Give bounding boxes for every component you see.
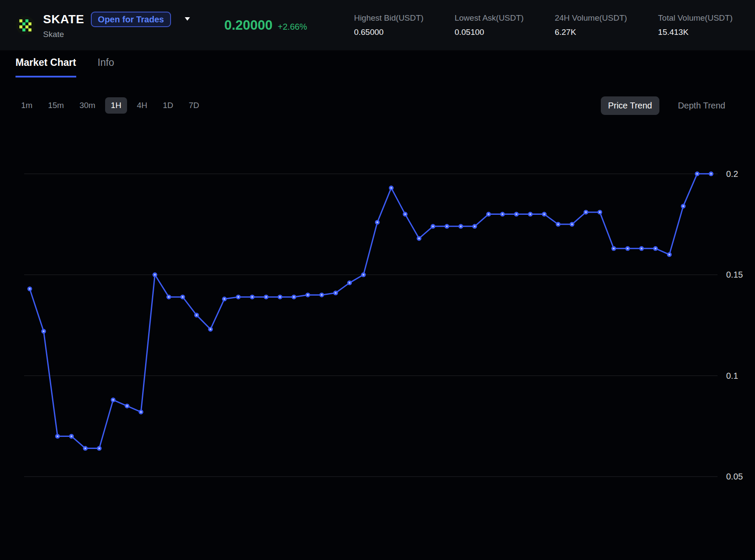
price-line (30, 174, 711, 449)
price-point-center (488, 213, 489, 215)
price-point-center (668, 254, 670, 255)
chevron-down-icon (184, 16, 191, 22)
price-point-center (557, 223, 559, 225)
price-point-center (474, 226, 475, 227)
price-trend-button[interactable]: Price Trend (601, 96, 659, 115)
y-axis-tick-label: 0.2 (726, 169, 738, 179)
price-point-center (335, 292, 336, 294)
token-name: Skate (43, 30, 191, 39)
price-point-center (252, 296, 253, 298)
timeframe-1h[interactable]: 1H (105, 97, 127, 114)
price-point-center (126, 405, 128, 407)
price-change-percent: +2.66% (278, 22, 307, 32)
y-axis-tick-label: 0.05 (726, 472, 743, 481)
price-point-center (293, 296, 295, 298)
price-point-center (571, 223, 573, 225)
stat-value: 6.27K (555, 28, 627, 37)
price-point-center (613, 248, 615, 249)
stat-highest-bid: Highest Bid(USDT) 0.65000 (354, 13, 424, 37)
price-point-center (376, 221, 378, 223)
price-point-center (432, 226, 434, 227)
price-point-center (516, 213, 517, 215)
market-header: SKATE Open for Trades Skate 0.20000 +2.6… (0, 0, 755, 50)
chart-mode-toggle: Price Trend Depth Trend (601, 96, 733, 115)
price-point-center (224, 298, 225, 300)
price-point-center (599, 211, 601, 213)
price-point-center (43, 331, 44, 332)
price-point-center (98, 448, 100, 449)
last-price: 0.20000 (224, 18, 273, 33)
price-point-center (390, 187, 392, 189)
timeframe-selector: 1m 15m 30m 1H 4H 1D 7D (16, 97, 205, 114)
stat-lowest-ask: Lowest Ask(USDT) 0.05100 (454, 13, 523, 37)
price-block: 0.20000 +2.66% (224, 18, 307, 33)
price-point-center (502, 213, 503, 215)
stat-value: 0.05100 (454, 28, 523, 37)
price-chart-canvas[interactable]: 0.20.150.10.05 (0, 121, 755, 560)
price-point-center (265, 296, 267, 298)
token-symbol: SKATE (43, 12, 84, 26)
price-point-center (196, 314, 197, 316)
stat-label: Lowest Ask(USDT) (454, 13, 523, 23)
price-point-center (529, 213, 531, 215)
price-point-center (544, 213, 545, 215)
price-point-center (585, 211, 587, 213)
price-point-center (404, 213, 406, 215)
price-point-center (29, 288, 31, 290)
price-point-center (237, 296, 239, 298)
stat-24h-volume: 24H Volume(USDT) 6.27K (555, 13, 627, 37)
price-point-center (460, 226, 462, 227)
price-point-center (418, 238, 420, 239)
depth-trend-button[interactable]: Depth Trend (671, 96, 733, 115)
token-block: SKATE Open for Trades Skate (43, 12, 191, 39)
price-point-center (349, 282, 351, 284)
token-logo-icon (16, 15, 35, 35)
stat-label: 24H Volume(USDT) (555, 13, 627, 23)
y-axis-tick-label: 0.15 (726, 270, 743, 279)
timeframe-1d[interactable]: 1D (157, 97, 179, 114)
price-point-center (641, 248, 643, 249)
status-badge: Open for Trades (91, 12, 171, 27)
price-point-center (57, 435, 59, 437)
price-point-center (182, 296, 183, 298)
stat-value: 0.65000 (354, 28, 424, 37)
stat-label: Total Volume(USDT) (658, 13, 733, 23)
price-point-center (710, 173, 712, 175)
price-point-center (84, 448, 86, 449)
stat-value: 15.413K (658, 28, 733, 37)
stat-label: Highest Bid(USDT) (354, 13, 424, 23)
y-axis-tick-label: 0.1 (726, 371, 738, 381)
timeframe-4h[interactable]: 4H (131, 97, 153, 114)
timeframe-30m[interactable]: 30m (74, 97, 101, 114)
price-point-center (627, 248, 628, 249)
price-point-center (696, 173, 698, 175)
price-point-center (112, 399, 114, 401)
price-point-center (71, 435, 72, 437)
tab-info[interactable]: Info (98, 57, 114, 77)
chart-controls: 1m 15m 30m 1H 4H 1D 7D Price Trend Depth… (16, 96, 733, 115)
price-point-center (363, 274, 364, 275)
stat-total-volume: Total Volume(USDT) 15.413K (658, 13, 733, 37)
price-point-center (321, 294, 323, 296)
price-point-center (140, 411, 142, 413)
tab-market-chart[interactable]: Market Chart (16, 57, 76, 77)
price-point-center (682, 205, 684, 207)
market-selector-dropdown[interactable] (184, 15, 191, 23)
timeframe-1m[interactable]: 1m (16, 97, 38, 114)
page-tabs: Market Chart Info (16, 57, 114, 77)
price-point-center (154, 274, 156, 275)
price-point-center (168, 296, 170, 298)
timeframe-7d[interactable]: 7D (183, 97, 205, 114)
price-point-center (279, 296, 281, 298)
price-point-center (655, 248, 656, 249)
timeframe-15m[interactable]: 15m (42, 97, 69, 114)
price-chart[interactable]: 0.20.150.10.05 (0, 121, 755, 560)
price-point-center (307, 294, 309, 296)
market-stats: Highest Bid(USDT) 0.65000 Lowest Ask(USD… (354, 13, 733, 37)
price-point-center (446, 226, 448, 227)
price-point-center (210, 328, 211, 330)
